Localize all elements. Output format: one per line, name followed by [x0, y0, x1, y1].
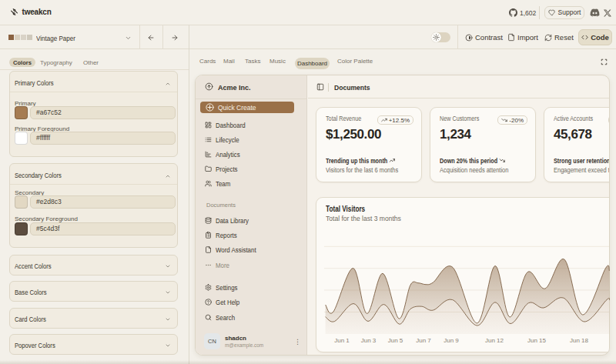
- svg-text:Jun 1: Jun 1: [334, 337, 350, 344]
- svg-text:Jun 5: Jun 5: [388, 337, 403, 344]
- svg-text:Jun 9: Jun 9: [444, 337, 459, 344]
- svg-text:Jun 7: Jun 7: [416, 337, 431, 344]
- svg-text:Jun 12: Jun 12: [485, 337, 504, 344]
- svg-text:Jun 18: Jun 18: [570, 337, 589, 344]
- svg-text:Jun 15: Jun 15: [527, 337, 547, 344]
- svg-text:Jun 3: Jun 3: [361, 337, 377, 344]
